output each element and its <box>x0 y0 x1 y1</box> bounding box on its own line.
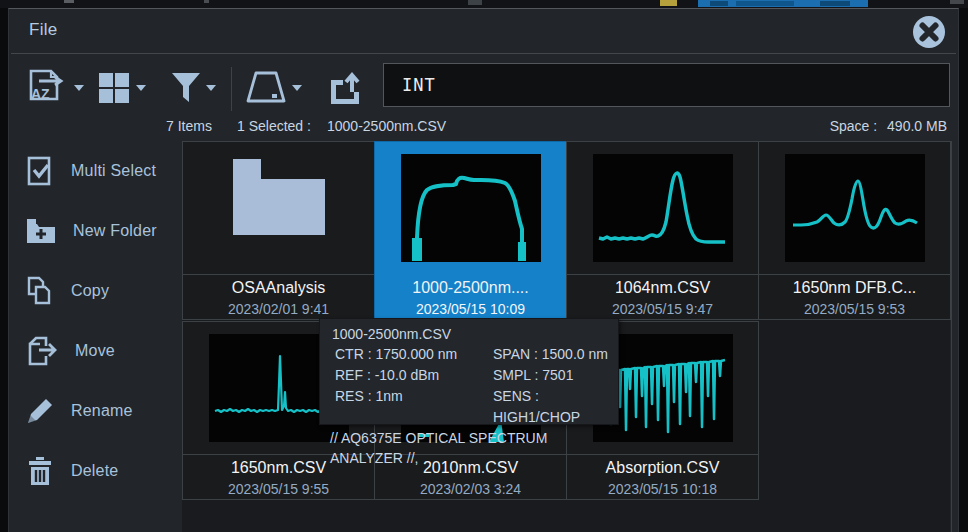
status-bar: 7 Items 1 Selected : 1000-2500nm.CSV Spa… <box>9 113 958 141</box>
thumbnail-area <box>759 142 950 275</box>
sidebar-item-label: Copy <box>71 282 109 300</box>
selected-file-name: 1000-2500nm.CSV <box>327 118 446 134</box>
sidebar-item-delete[interactable]: Delete <box>9 441 181 501</box>
file-name: 1064nm.CSV <box>567 275 758 300</box>
view-button[interactable] <box>97 65 146 111</box>
chevron-down-icon <box>206 84 216 92</box>
tooltip-param: RES : 1nm <box>335 386 493 428</box>
sidebar-item-label: Delete <box>71 462 118 480</box>
svg-text:AZ: AZ <box>31 86 50 102</box>
delete-icon <box>26 456 54 486</box>
view-grid-icon <box>97 71 131 105</box>
sidebar-item-label: Rename <box>71 402 133 420</box>
sidebar-item-multi-select[interactable]: Multi Select <box>9 141 181 201</box>
file-date: 2023/05/15 9:47 <box>567 300 758 319</box>
sidebar-item-label: New Folder <box>73 222 157 240</box>
tooltip-param: SENS : HIGH1/CHOP <box>493 386 610 428</box>
file-cell-1064nm[interactable]: 1064nm.CSV 2023/05/15 9:47 <box>566 141 759 320</box>
chevron-down-icon <box>136 84 146 92</box>
tooltip-title: 1000-2500nm.CSV <box>320 319 618 344</box>
chevron-down-icon <box>74 84 84 92</box>
file-name: 1000-2500nm.... <box>375 275 566 300</box>
drive-icon <box>245 71 287 105</box>
sort-az-icon: AZ <box>25 68 69 108</box>
bg-fragment-yellow <box>660 0 677 6</box>
file-date: 2023/05/15 10:18 <box>567 480 758 499</box>
file-date: 2023/02/03 3:24 <box>375 480 566 499</box>
spectrum-thumbnail <box>401 154 541 262</box>
free-space: Space : 490.0 MB <box>824 118 947 134</box>
file-cell-osaanalysis[interactable]: OSAAnalysis 2023/02/01 9:41 <box>182 141 375 320</box>
chevron-down-icon <box>292 84 302 92</box>
bg-fragment <box>950 0 964 4</box>
sort-button[interactable]: AZ <box>25 65 84 111</box>
filter-button[interactable] <box>171 65 216 111</box>
sidebar-item-label: Multi Select <box>71 162 156 180</box>
sidebar-item-rename[interactable]: Rename <box>9 381 181 441</box>
close-icon <box>912 15 946 49</box>
space-label: Space : <box>830 118 877 134</box>
dialog-header: File <box>9 9 958 53</box>
tooltip-param: SPAN : 1500.0 nm <box>493 344 610 365</box>
thumbnail-area <box>183 142 374 275</box>
tooltip-param: CTR : 1750.000 nm <box>335 344 493 365</box>
sidebar-item-copy[interactable]: Copy <box>9 261 181 321</box>
file-name: 1650nm DFB.C... <box>759 275 950 300</box>
space-value: 490.0 MB <box>887 118 947 134</box>
path-value: INT <box>402 75 436 95</box>
spectrum-thumbnail <box>785 154 925 262</box>
dialog-title: File <box>29 20 58 40</box>
selected-count-label: 1 Selected : <box>237 118 311 134</box>
bg-fragment <box>468 0 482 5</box>
sidebar-item-new-folder[interactable]: New Folder <box>9 201 181 261</box>
header-separator <box>11 53 956 54</box>
path-input[interactable]: INT <box>383 63 950 107</box>
file-cell-1000-2500nm[interactable]: 1000-2500nm.... 2023/05/15 10:09 <box>374 141 567 320</box>
grid-border <box>951 141 952 532</box>
copy-icon <box>26 276 54 306</box>
tooltip-params: CTR : 1750.000 nm SPAN : 1500.0 nm REF :… <box>320 344 618 428</box>
drive-button[interactable] <box>245 65 302 111</box>
toolbar-separator <box>231 67 232 111</box>
new-folder-icon <box>26 218 56 244</box>
multi-select-icon <box>26 156 54 186</box>
file-date: 2023/02/01 9:41 <box>183 300 374 319</box>
tooltip-param: SMPL : 7501 <box>493 365 610 386</box>
file-date: 2023/05/15 9:53 <box>759 300 950 319</box>
spectrum-thumbnail <box>593 154 733 262</box>
folder-icon <box>231 157 327 237</box>
move-icon <box>26 336 58 366</box>
sidebar: Multi Select New Folder Copy Move <box>9 141 181 532</box>
items-count: 7 Items <box>166 118 212 134</box>
sidebar-item-label: Move <box>75 342 115 360</box>
file-date: 2023/05/15 10:09 <box>375 300 566 319</box>
bg-fragment <box>204 0 209 3</box>
rename-icon <box>26 397 54 425</box>
filter-icon <box>171 72 201 104</box>
bg-fragment-bluebar <box>698 0 868 7</box>
file-name: OSAAnalysis <box>183 275 374 300</box>
bg-fragment <box>64 0 74 3</box>
file-cell-1650nm-dfb[interactable]: 1650nm DFB.C... 2023/05/15 9:53 <box>758 141 951 320</box>
export-button[interactable] <box>327 65 363 111</box>
background-app-strip <box>0 0 968 8</box>
tooltip-param: REF : -10.0 dBm <box>335 365 493 386</box>
export-icon <box>327 70 363 106</box>
tooltip-footer: // AQ6375E OPTICAL SPECTRUM ANALYZER //, <box>320 428 618 468</box>
thumbnail-area <box>567 142 758 275</box>
file-info-tooltip: 1000-2500nm.CSV CTR : 1750.000 nm SPAN :… <box>319 318 619 425</box>
file-date: 2023/05/15 9:55 <box>183 480 374 499</box>
thumbnail-area <box>375 142 566 275</box>
sidebar-item-move[interactable]: Move <box>9 321 181 381</box>
close-button[interactable] <box>912 15 946 49</box>
